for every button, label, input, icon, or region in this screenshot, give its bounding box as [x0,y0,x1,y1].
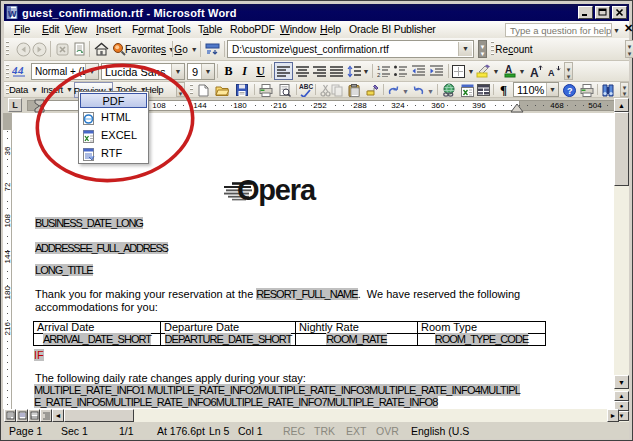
svg-text:1: 1 [377,65,381,71]
svg-text:W: W [8,9,17,19]
svg-text:Opera: Opera [237,174,317,206]
svg-text:?: ? [567,86,573,96]
svg-text:A: A [530,66,539,78]
svg-text:4: 4 [17,64,24,76]
svg-text:A: A [548,68,555,77]
svg-text:ABC: ABC [299,83,313,90]
svg-text:A: A [505,64,512,75]
svg-text:2: 2 [377,72,381,77]
